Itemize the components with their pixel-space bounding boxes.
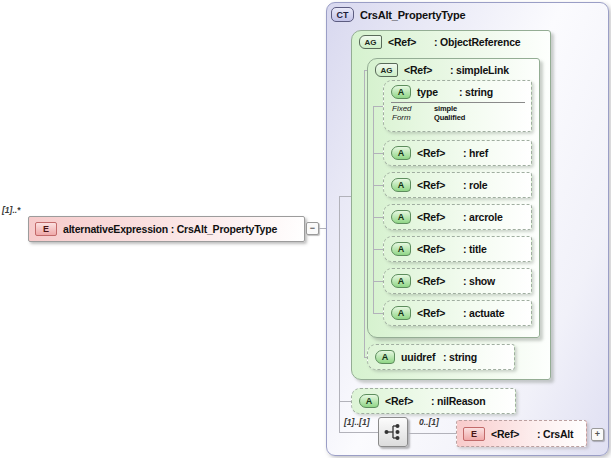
complex-type-title: CrsAlt_PropertyType bbox=[360, 9, 465, 21]
attribute-group-icon: AG bbox=[359, 35, 382, 49]
connector-line bbox=[339, 401, 351, 402]
attribute-datatype: : show bbox=[463, 275, 495, 287]
connector-line bbox=[373, 106, 383, 107]
element-alternative-expression[interactable]: E alternativeExpression : CrsAlt_Propert… bbox=[28, 216, 305, 242]
element-icon: E bbox=[35, 222, 57, 236]
root-element-cardinality: [1]..* bbox=[2, 205, 20, 215]
attribute-datatype: : title bbox=[463, 243, 487, 255]
attribute-name: <Ref> bbox=[385, 395, 431, 407]
child-element-cardinality: 0..[1] bbox=[419, 417, 439, 427]
attribute-datatype: : href bbox=[463, 147, 488, 159]
attribute-icon: A bbox=[359, 394, 379, 408]
attribute-icon: A bbox=[391, 242, 411, 256]
sequence-compositor[interactable] bbox=[378, 417, 408, 447]
crsalt-name: <Ref> bbox=[491, 428, 537, 440]
element-label: alternativeExpression : CrsAlt_PropertyT… bbox=[63, 223, 277, 235]
connector-line bbox=[408, 433, 456, 434]
attribute-icon: A bbox=[375, 350, 395, 364]
attribute-icon: A bbox=[391, 306, 411, 320]
attribute-type-facets: Fixed simple Form Qualified bbox=[391, 102, 525, 122]
attribute-name: <Ref> bbox=[417, 243, 463, 255]
simple-link-name: <Ref> bbox=[404, 64, 450, 76]
collapse-button[interactable]: − bbox=[306, 222, 319, 235]
attribute-type[interactable]: A type : string Fixed simple Form Qualif… bbox=[383, 80, 532, 132]
attribute-type-row: A type : string bbox=[384, 81, 531, 99]
attribute-arcrole[interactable]: A <Ref> : arcrole bbox=[383, 204, 532, 230]
connector-line bbox=[373, 313, 383, 314]
connector-line bbox=[373, 249, 383, 250]
complex-type-icon: CT bbox=[331, 7, 354, 22]
connector-line bbox=[373, 281, 383, 282]
attribute-name: <Ref> bbox=[417, 179, 463, 191]
attribute-name: uuidref bbox=[401, 351, 443, 363]
minus-icon: − bbox=[310, 224, 315, 233]
attribute-name: <Ref> bbox=[417, 211, 463, 223]
sequence-icon bbox=[383, 422, 403, 442]
complex-type-header: CT CrsAlt_PropertyType bbox=[331, 7, 465, 22]
element-crsalt[interactable]: E <Ref> : CrsAlt bbox=[456, 420, 587, 447]
attribute-datatype: : role bbox=[463, 179, 487, 191]
attribute-icon: A bbox=[391, 85, 411, 99]
attribute-icon: A bbox=[391, 146, 411, 160]
connector-trunk bbox=[373, 106, 374, 314]
connector-trunk bbox=[339, 196, 340, 433]
attribute-nil-reason[interactable]: A <Ref> : nilReason bbox=[351, 388, 516, 414]
attribute-datatype: : arcrole bbox=[463, 211, 503, 223]
attribute-role[interactable]: A <Ref> : role bbox=[383, 172, 532, 198]
attribute-href[interactable]: A <Ref> : href bbox=[383, 140, 532, 166]
attribute-name: <Ref> bbox=[417, 147, 463, 159]
attribute-name: <Ref> bbox=[417, 275, 463, 287]
element-icon: E bbox=[463, 427, 485, 441]
expand-button[interactable]: + bbox=[591, 428, 604, 441]
connector-line bbox=[339, 432, 378, 433]
facet-label: Fixed bbox=[392, 104, 434, 113]
connector-line bbox=[373, 185, 383, 186]
connector-line bbox=[339, 196, 351, 197]
connector-trunk bbox=[364, 70, 365, 358]
object-reference-name: <Ref> bbox=[388, 36, 434, 48]
connector-line bbox=[373, 217, 383, 218]
attribute-group-icon: AG bbox=[375, 63, 398, 77]
plus-icon: + bbox=[595, 430, 600, 439]
facet-value: simple bbox=[434, 104, 457, 113]
crsalt-type: : CrsAlt bbox=[537, 428, 573, 440]
attribute-type-name: type bbox=[417, 86, 459, 98]
xsd-diagram: [1]..* E alternativeExpression : CrsAlt_… bbox=[0, 0, 611, 458]
connector-line bbox=[373, 153, 383, 154]
attribute-uuidref[interactable]: A uuidref : string bbox=[367, 344, 515, 370]
simple-link-type: : simpleLink bbox=[450, 64, 509, 76]
attribute-datatype: : actuate bbox=[463, 307, 504, 319]
sequence-cardinality: [1]..[1] bbox=[344, 417, 370, 427]
object-reference-type: : ObjectReference bbox=[434, 36, 520, 48]
attribute-title[interactable]: A <Ref> : title bbox=[383, 236, 532, 262]
facet-label: Form bbox=[392, 113, 434, 122]
attribute-name: <Ref> bbox=[417, 307, 463, 319]
attribute-icon: A bbox=[391, 178, 411, 192]
attribute-icon: A bbox=[391, 210, 411, 224]
attribute-datatype: : nilReason bbox=[431, 395, 485, 407]
attribute-actuate[interactable]: A <Ref> : actuate bbox=[383, 300, 532, 326]
simple-link-header: AG <Ref> : simpleLink bbox=[368, 59, 539, 77]
object-reference-header: AG <Ref> : ObjectReference bbox=[352, 31, 550, 49]
attribute-datatype: : string bbox=[443, 351, 477, 363]
attribute-icon: A bbox=[391, 274, 411, 288]
attribute-type-datatype: : string bbox=[459, 86, 493, 98]
facet-value: Qualified bbox=[434, 113, 465, 122]
attribute-show[interactable]: A <Ref> : show bbox=[383, 268, 532, 294]
